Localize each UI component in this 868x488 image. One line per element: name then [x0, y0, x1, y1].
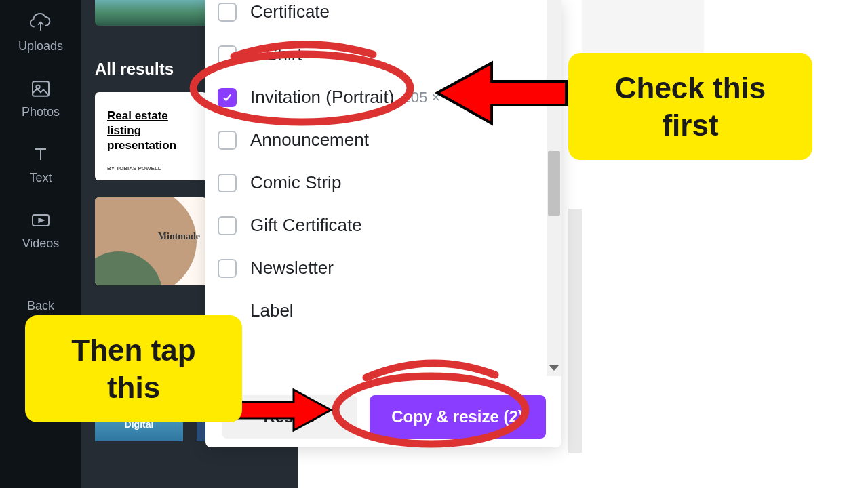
checkbox[interactable] [218, 131, 237, 150]
copy-resize-button[interactable]: Copy & resize (2) [370, 395, 546, 439]
resize-option-comic-strip[interactable]: Comic Strip [218, 161, 549, 204]
photos-icon [30, 78, 52, 100]
template-thumb[interactable]: Mintmade [95, 197, 207, 285]
arrow-icon [229, 386, 334, 434]
sidebar-item-photos[interactable]: Photos [0, 66, 81, 131]
template-thumb[interactable]: Real estate listing presentation BY TOBI… [95, 92, 207, 180]
svg-rect-0 [33, 81, 49, 96]
resize-option-gift-certificate[interactable]: Gift Certificate [218, 204, 549, 247]
sidebar-label: Back [27, 299, 54, 313]
callout-check-first: Check this first [568, 53, 812, 160]
checkbox-checked[interactable] [218, 88, 237, 107]
scroll-down-icon[interactable] [549, 365, 559, 371]
sidebar-item-uploads[interactable]: Uploads [0, 0, 81, 66]
sidebar-item-videos[interactable]: Videos [0, 197, 81, 263]
sidebar-label: Uploads [18, 39, 63, 54]
resize-option-label[interactable]: Label [218, 289, 549, 332]
resize-options-list: Certificate T-Shirt Invitation (Portrait… [205, 0, 561, 376]
uploads-icon [30, 12, 52, 34]
scrollbar-thumb[interactable] [548, 151, 560, 216]
checkbox[interactable] [218, 259, 237, 278]
checkbox[interactable] [218, 45, 237, 64]
arrow-icon [434, 58, 570, 129]
sidebar-label: Text [29, 171, 52, 185]
check-icon [221, 92, 233, 104]
checkbox[interactable] [218, 174, 237, 192]
template-thumb[interactable] [95, 0, 210, 26]
resize-option-certificate[interactable]: Certificate [218, 0, 549, 33]
scrollbar[interactable] [547, 0, 561, 376]
videos-icon [30, 209, 52, 231]
sidebar-item-text[interactable]: Text [0, 131, 81, 197]
checkbox[interactable] [218, 216, 237, 235]
callout-then-tap: Then tap this [25, 315, 242, 422]
checkbox[interactable] [218, 3, 237, 22]
resize-option-newsletter[interactable]: Newsletter [218, 247, 549, 289]
sidebar-label: Videos [22, 237, 60, 251]
text-icon [30, 144, 52, 165]
sidebar-label: Photos [22, 105, 60, 119]
